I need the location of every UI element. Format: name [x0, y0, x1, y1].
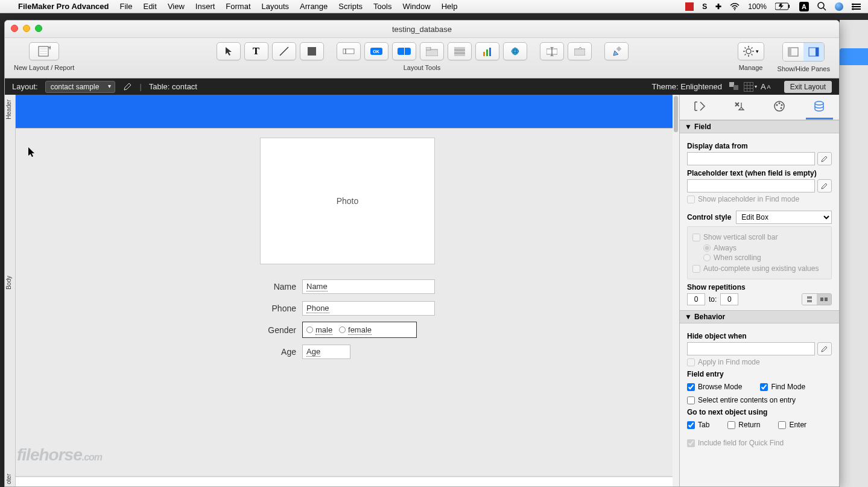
go-return-checkbox[interactable]: Return [727, 421, 760, 429]
popover-tool[interactable] [568, 42, 592, 60]
tab-control-tool[interactable] [420, 42, 444, 60]
menu-insert[interactable]: Insert [195, 2, 215, 11]
line-tool[interactable] [272, 42, 296, 60]
footer-divider[interactable] [16, 476, 673, 477]
menu-tools[interactable]: Tools [373, 2, 391, 11]
menu-file[interactable]: File [120, 2, 133, 11]
portal-tool[interactable] [448, 42, 472, 60]
inspector-tab-styles[interactable] [726, 95, 753, 119]
header-part[interactable] [16, 95, 673, 128]
control-style-select[interactable]: Edit Box [736, 211, 832, 224]
pointer-tool[interactable] [217, 42, 241, 60]
apply-find-checkbox[interactable]: Apply in Find mode [687, 358, 832, 366]
body-part[interactable]: Photo Name Name Phone Phone Gender male [16, 129, 673, 477]
field-tool[interactable] [337, 42, 361, 60]
part-header-label[interactable]: Header [5, 100, 12, 119]
browse-mode-checkbox[interactable]: Browse Mode [687, 383, 742, 391]
text-options-icon[interactable]: AA [761, 82, 771, 92]
find-mode-checkbox[interactable]: Find Mode [760, 383, 805, 391]
menu-help[interactable]: Help [442, 2, 458, 11]
radio-female-icon[interactable] [339, 326, 346, 333]
theme-swap-icon[interactable] [729, 82, 740, 92]
new-layout-button[interactable] [29, 42, 59, 60]
exit-layout-button[interactable]: Exit Layout [784, 81, 832, 93]
inspector-tab-position[interactable] [686, 95, 714, 119]
manage-button[interactable]: ▾ [738, 42, 764, 60]
photo-container-field[interactable]: Photo [260, 138, 435, 264]
rep-to-input[interactable] [720, 293, 738, 305]
section-behavior-header[interactable]: ▼Behavior [680, 310, 839, 323]
window-maximize-icon[interactable] [35, 25, 42, 32]
window-close-icon[interactable] [11, 25, 18, 32]
age-label[interactable]: Age [260, 347, 296, 357]
web-viewer-tool[interactable] [503, 42, 527, 60]
chart-tool[interactable] [475, 42, 499, 60]
menu-arrange[interactable]: Arrange [300, 2, 328, 11]
statusbar-globe-icon[interactable] [835, 2, 843, 11]
menu-scripts[interactable]: Scripts [338, 2, 363, 11]
statusbar-s-icon[interactable]: S [702, 2, 707, 11]
edit-layout-icon[interactable] [122, 82, 132, 92]
go-tab-checkbox[interactable]: Tab [687, 421, 709, 429]
mac-menubar: FileMaker Pro Advanced File Edit View In… [0, 0, 868, 13]
placeholder-text-input[interactable] [687, 179, 815, 193]
layout-canvas[interactable]: Photo Name Name Phone Phone Gender male [16, 95, 679, 486]
menu-layouts[interactable]: Layouts [262, 2, 290, 11]
vscroll-when-radio[interactable]: When scrolling [703, 253, 826, 262]
phone-label[interactable]: Phone [260, 304, 296, 313]
layout-selector[interactable]: contact sample [45, 81, 116, 93]
gender-field[interactable]: male female [302, 322, 417, 338]
part-footer-label[interactable]: oter [5, 474, 12, 484]
display-data-pencil-icon[interactable] [817, 152, 832, 165]
field-control-tool[interactable] [540, 42, 564, 60]
name-label[interactable]: Name [260, 282, 296, 291]
gender-label[interactable]: Gender [260, 325, 296, 335]
show-left-pane-button[interactable] [783, 43, 803, 61]
go-enter-checkbox[interactable]: Enter [778, 421, 806, 429]
grid-options-icon[interactable]: ▾ [744, 82, 757, 92]
autocomplete-checkbox[interactable]: Auto-complete using existing values [692, 264, 826, 273]
menu-window[interactable]: Window [402, 2, 430, 11]
show-right-pane-button[interactable] [803, 43, 824, 61]
menu-format[interactable]: Format [226, 2, 250, 11]
wifi-icon[interactable] [730, 3, 740, 10]
display-data-from-input[interactable] [687, 152, 815, 165]
inspector-tab-appearance[interactable] [766, 95, 793, 119]
input-source-icon[interactable]: A [799, 2, 809, 11]
rep-vertical-button[interactable] [802, 294, 817, 305]
canvas-scrollbar[interactable] [673, 95, 679, 486]
spotlight-icon[interactable] [817, 2, 826, 11]
notification-center-icon[interactable] [852, 3, 861, 10]
placeholder-pencil-icon[interactable] [817, 179, 832, 193]
vscroll-always-radio[interactable]: Always [703, 244, 826, 252]
show-placeholder-find-checkbox[interactable]: Show placeholder in Find mode [687, 195, 832, 203]
statusbar-plus-icon[interactable]: ✚ [715, 2, 721, 11]
menu-view[interactable]: View [168, 2, 185, 11]
hide-object-pencil-icon[interactable] [817, 342, 832, 355]
menu-edit[interactable]: Edit [143, 2, 156, 11]
name-field[interactable]: Name [302, 279, 435, 294]
part-body-label[interactable]: Body [5, 276, 12, 290]
button-bar-tool[interactable] [392, 42, 416, 60]
statusbar-red-icon[interactable] [685, 2, 694, 11]
section-field-header[interactable]: ▼Field [680, 120, 839, 133]
select-entire-checkbox[interactable]: Select entire contents on entry [687, 396, 832, 404]
battery-icon[interactable] [775, 2, 791, 10]
radio-male-icon[interactable] [306, 326, 313, 333]
inspector-tab-data[interactable] [806, 95, 833, 119]
rep-horizontal-button[interactable] [817, 294, 831, 305]
show-vscroll-checkbox[interactable]: Show vertical scroll bar [692, 233, 826, 241]
rectangle-tool[interactable] [300, 42, 324, 60]
theme-label[interactable]: Theme: Enlightened [652, 82, 722, 91]
hide-object-when-input[interactable] [687, 342, 815, 355]
menubar-app-name[interactable]: FileMaker Pro Advanced [18, 2, 109, 11]
format-painter-tool[interactable] [604, 42, 629, 60]
footer-part[interactable] [16, 477, 673, 486]
button-tool[interactable]: OK [364, 42, 388, 60]
window-minimize-icon[interactable] [23, 25, 30, 32]
include-quick-find-checkbox[interactable]: Include field for Quick Find [687, 439, 832, 447]
phone-field[interactable]: Phone [302, 301, 435, 316]
text-tool[interactable]: T [244, 42, 268, 60]
age-field[interactable]: Age [302, 345, 350, 359]
rep-from-input[interactable] [687, 293, 705, 305]
